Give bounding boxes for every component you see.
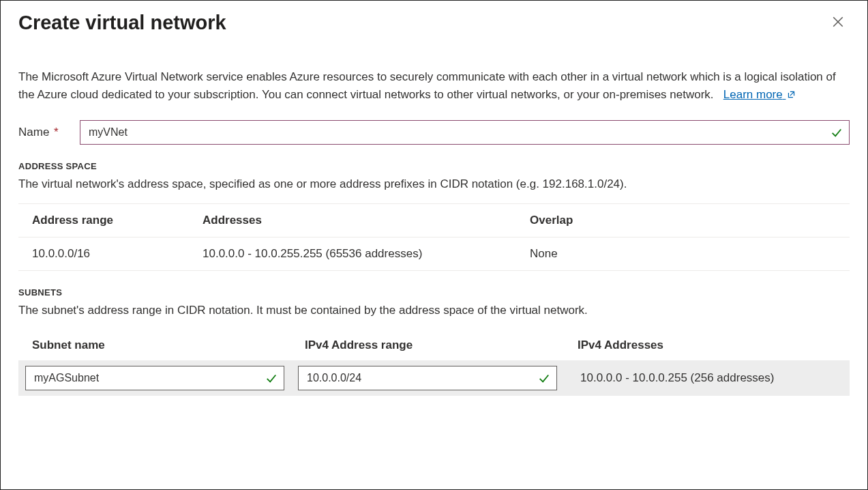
intro-body: The Microsoft Azure Virtual Network serv…: [18, 70, 836, 101]
address-range-cell: 10.0.0.0/16: [18, 237, 189, 271]
subnet-table-header-row: Subnet name IPv4 Address range IPv4 Addr…: [18, 330, 850, 360]
name-row: Name *: [18, 120, 850, 145]
name-input[interactable]: [80, 120, 850, 145]
name-label: Name *: [18, 126, 70, 139]
name-input-wrap: [80, 120, 850, 145]
panel-header: Create virtual network: [18, 10, 850, 42]
subnet-name-input[interactable]: [25, 366, 284, 390]
external-link-icon: [787, 87, 796, 104]
learn-more-label: Learn more: [723, 88, 783, 101]
subnets-caption: SUBNETS: [18, 287, 850, 298]
subnet-range-input[interactable]: [298, 366, 557, 390]
address-overlap-cell: None: [516, 237, 850, 271]
subnet-range-input-wrap: [298, 366, 557, 390]
subnet-name-input-wrap: [25, 366, 284, 390]
subnets-table: Subnet name IPv4 Address range IPv4 Addr…: [18, 330, 850, 396]
subnets-table-wrap: Subnet name IPv4 Address range IPv4 Addr…: [18, 330, 850, 396]
subnet-header-addresses: IPv4 Addresses: [564, 330, 850, 360]
panel-title: Create virtual network: [18, 12, 226, 34]
close-icon: [832, 16, 844, 31]
address-count-cell: 10.0.0.0 - 10.0.255.255 (65536 addresses…: [189, 237, 516, 271]
subnet-row[interactable]: 10.0.0.0 - 10.0.0.255 (256 addresses): [18, 360, 850, 396]
subnet-header-name: Subnet name: [18, 330, 291, 360]
name-label-text: Name: [18, 126, 49, 139]
address-header-overlap: Overlap: [516, 204, 850, 237]
subnet-addresses-cell: 10.0.0.0 - 10.0.0.255 (256 addresses): [571, 369, 843, 388]
create-vnet-panel: Create virtual network The Microsoft Azu…: [0, 0, 868, 490]
address-row[interactable]: 10.0.0.0/16 10.0.0.0 - 10.0.255.255 (655…: [18, 237, 850, 271]
address-space-table: Address range Addresses Overlap 10.0.0.0…: [18, 203, 850, 271]
address-table-header-row: Address range Addresses Overlap: [18, 204, 850, 237]
address-space-desc: The virtual network's address space, spe…: [18, 175, 850, 193]
learn-more-link[interactable]: Learn more: [723, 88, 796, 101]
address-space-caption: ADDRESS SPACE: [18, 161, 850, 171]
required-asterisk: *: [54, 126, 59, 139]
subnet-header-range: IPv4 Address range: [291, 330, 564, 360]
close-button[interactable]: [826, 13, 850, 33]
address-header-range: Address range: [18, 204, 189, 237]
intro-text: The Microsoft Azure Virtual Network serv…: [18, 68, 850, 105]
subnets-desc: The subnet's address range in CIDR notat…: [18, 302, 850, 319]
address-header-addresses: Addresses: [189, 204, 516, 237]
